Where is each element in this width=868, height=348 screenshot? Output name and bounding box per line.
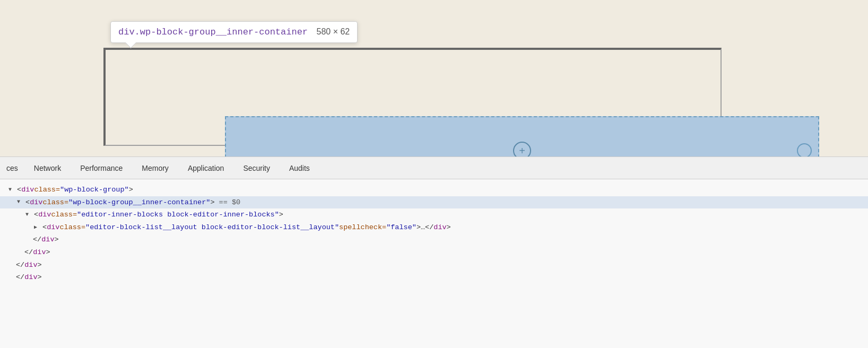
tab-audits-label: Audits xyxy=(289,164,310,172)
tab-security-label: Security xyxy=(243,164,270,172)
tab-network-label: Network xyxy=(34,164,61,172)
element-tooltip: div.wp-block-group__inner-container 580 … xyxy=(110,21,358,43)
expand-arrow[interactable]: ▼ xyxy=(25,211,32,219)
code-line[interactable]: ▼ <div class="wp-block-group__inner-cont… xyxy=(0,196,868,209)
expand-arrow[interactable]: ▶ xyxy=(34,223,40,232)
tab-application-label: Application xyxy=(188,164,224,172)
devtools-tab-bar: ces Network Performance Memory Applicati… xyxy=(0,157,868,179)
tab-performance-label: Performance xyxy=(80,164,123,172)
expand-arrow[interactable]: ▼ xyxy=(17,198,23,206)
code-line[interactable]: ▼ <div class="wp-block-group"> xyxy=(0,184,868,196)
code-line[interactable]: </div> xyxy=(0,233,868,246)
code-line[interactable]: ▼ <div class="editor-inner-blocks block-… xyxy=(0,208,868,221)
tooltip-selector: div.wp-block-group__inner-container xyxy=(118,27,308,37)
tooltip-dimensions: 580 × 62 xyxy=(317,27,350,36)
tab-network[interactable]: Network xyxy=(24,157,71,179)
devtools-panel: ces Network Performance Memory Applicati… xyxy=(0,156,868,348)
tab-security[interactable]: Security xyxy=(233,157,280,179)
tab-application[interactable]: Application xyxy=(178,157,234,179)
code-line[interactable]: ▶ <div class="editor-block-list__layout … xyxy=(0,221,868,234)
code-line[interactable]: </div> xyxy=(0,271,868,284)
tab-ces-label: ces xyxy=(6,164,18,172)
tab-memory[interactable]: Memory xyxy=(132,157,178,179)
code-line[interactable]: </div> xyxy=(0,259,868,272)
tab-audits[interactable]: Audits xyxy=(280,157,319,179)
html-inspector-panel: ▼ <div class="wp-block-group">▼ <div cla… xyxy=(0,179,868,288)
tab-performance[interactable]: Performance xyxy=(71,157,132,179)
code-line[interactable]: </div> xyxy=(0,246,868,259)
expand-arrow[interactable]: ▼ xyxy=(8,186,15,194)
editor-frame: + xyxy=(103,48,722,146)
tab-ces[interactable]: ces xyxy=(0,157,24,179)
drag-handle[interactable] xyxy=(797,143,812,158)
editor-area: div.wp-block-group__inner-container 580 … xyxy=(0,0,868,156)
tab-memory-label: Memory xyxy=(142,164,169,172)
